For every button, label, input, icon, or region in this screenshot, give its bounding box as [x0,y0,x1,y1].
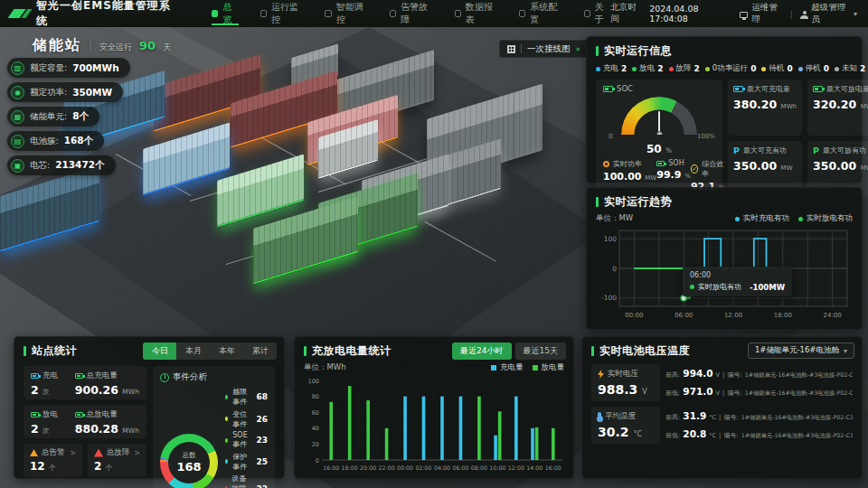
info-body: SOC 0 100% 50 % 实时功率 100.00 MW SOH 99.9 … [596,80,853,197]
site-left: 充电 2 次 总充电量 900.26 MWh 放电 2 次 总放电量 880.2… [24,366,146,488]
svg-text:00:00: 00:00 [625,312,643,319]
ops-label: 运维管理 [751,2,783,25]
wiring-diagram-button[interactable]: 一次接线图 » [499,40,589,58]
battery-icon [603,86,613,92]
battery-icon [656,161,665,166]
svg-text:20:00: 20:00 [360,465,376,471]
range-buttons: 最近24小时 最近15天 [452,343,566,360]
unit-label: 单位：MWh [304,362,346,373]
range-15d-button[interactable]: 最近15天 [515,343,566,360]
status-dot [835,67,839,71]
charge-total: 总充电量 900.26 MWh [75,371,139,395]
user-menu[interactable]: 超级管理员 ▾ [800,2,857,25]
status-stopped: 停机0 [798,63,829,74]
site-stats-panel: 站点统计 今日 本月 本年 累计 充电 2 次 总充电量 900.26 MWh … [14,336,285,479]
soc-gauge: 0 100% [603,95,715,142]
ops-management-button[interactable]: 运维管理 [740,2,783,25]
temperature-max-row: 最高:31.9°C|编号:1#储能单元-16#电池舱-#3电池簇-P02-C36 [665,410,853,422]
card-max-discharge-energy: 最大可放电量 320.20 MWh [807,80,868,136]
legend-item: 变位事件26 [225,409,268,429]
legend-item: 设备故障事件22 [225,474,268,488]
legend-charge-power: 实时充电有功 [735,213,789,224]
site-body: 充电 2 次 总充电量 900.26 MWh 放电 2 次 总放电量 880.2… [24,366,275,488]
soc-value: 50 % [603,143,715,155]
nav-item-reports[interactable]: 数据报表 [455,0,498,27]
status-discharging: 放电2 [632,63,663,74]
total-alarms-card[interactable]: 总告警> 12 个 [24,444,82,477]
status-dot [798,67,803,71]
cluster-icon: ▤ [11,135,24,148]
energy-bar-chart[interactable]: 02040608010016:0018:0020:0022:0000:0002:… [304,373,564,476]
voltage-block: 实时电压 988.3 V 最高:994.0V|编号:1#储能单元-16#电池舱-… [591,364,853,401]
legend-dot [225,417,228,421]
alarm-fault-row: 总告警> 12 个 总故障> 2 个 [24,444,146,477]
panel-title: 实时运行信息 [596,43,853,59]
dispatch-icon [325,10,331,17]
trend-chart[interactable]: 1000-10000:0006:0012:0018:0024:00 06:00 … [596,225,853,324]
discharge-total: 总放电量 880.28 MWh [75,409,139,434]
svg-text:18:00: 18:00 [342,465,358,471]
legend-item: 保护事件25 [225,452,268,472]
stat-clusters: ▤电池簇:168个 [7,131,104,151]
svg-text:12:00: 12:00 [724,312,742,319]
discharge-stat-card: 放电 2 次 总放电量 880.28 MWh [24,405,146,438]
warning-triangle-icon [94,449,103,457]
unit-label: 单位：MW [596,213,633,224]
nav-item-overview[interactable]: 总览 [212,0,239,27]
grid-icon [507,45,515,53]
tab-month[interactable]: 本月 [176,343,210,360]
svg-text:12:00: 12:00 [508,465,524,471]
events-body: 总数 168 越限事件68 变位事件26 SOE事件23 保护事件25 设备故障… [160,387,268,488]
status-dot [705,67,710,71]
trend-meta: 单位：MW 实时充电有功 实时放电有功 [596,213,853,224]
nav-item-alarms[interactable]: 告警故障 [390,0,433,27]
unit-icon: ▦ [11,110,24,124]
trend-legend: 实时充电有功 实时放电有功 [735,213,853,224]
tab-today[interactable]: 今日 [143,343,176,360]
svg-text:06:00: 06:00 [452,465,468,471]
nav-item-about[interactable]: 关于 [584,0,611,27]
soc-card: SOC 0 100% 50 % 实时功率 100.00 MW SOH 99.9 … [596,80,722,197]
tab-total[interactable]: 累计 [243,343,277,360]
about-icon [584,10,590,17]
trend-panel: 实时运行趋势 单位：MW 实时充电有功 实时放电有功 1000-10000:00… [586,187,863,330]
event-analysis-card: 事件分析 总数 168 越限事件68 变位事件26 SOE事件23 保护事件25… [153,366,275,488]
battery-icon [31,412,39,418]
range-24h-button[interactable]: 最近24小时 [452,343,511,360]
station-name: 储能站 [33,36,81,55]
panel-title: 实时运行趋势 [596,194,853,210]
nav-right: 北京时间 2024.04.08 17:04:08 运维管理 | 超级管理员 ▾ [610,2,857,25]
unit-selector-dropdown[interactable]: 1#储能单元-16#电池舱 ▾ [748,343,854,359]
svg-text:10:00: 10:00 [489,465,505,471]
charge-stat-card: 充电 2 次 总充电量 900.26 MWh [24,366,146,399]
chevron-right-icon: > [70,449,76,457]
power-ring-icon [603,161,609,167]
thermometer-icon [598,412,601,420]
svg-text:16:00: 16:00 [323,465,339,471]
divider: | [790,9,793,19]
chevron-down-icon: ▾ [854,10,857,18]
tab-year[interactable]: 本年 [210,343,243,360]
stat-cells: ▣电芯:213472个 [7,155,116,175]
nav-item-label: 总览 [222,1,238,26]
nav-item-settings[interactable]: 系统配置 [519,0,562,27]
nav-item-dispatch[interactable]: 智能调控 [325,0,368,27]
status-unknown: 未知2 [835,63,865,74]
clock-icon [160,373,169,382]
nav-item-label: 系统配置 [530,1,561,26]
bell-icon [30,449,38,456]
nav-item-monitoring[interactable]: 运行监控 [260,0,304,27]
status-dot [669,67,674,71]
chevron-right-icon: > [134,449,140,457]
title-bar [596,197,599,207]
charge-count: 充电 2 次 [31,371,58,395]
svg-text:14:00: 14:00 [526,465,542,471]
safe-run-days: 90 [139,39,156,52]
tooltip-dot [690,285,694,289]
alarms-icon [390,10,396,17]
nav-item-label: 运行监控 [271,1,303,26]
total-faults-card[interactable]: 总故障> 2 个 [88,444,146,477]
nav-item-label: 智能调控 [336,1,368,26]
reports-icon [455,10,461,17]
discharge-count: 放电 2 次 [31,409,58,434]
